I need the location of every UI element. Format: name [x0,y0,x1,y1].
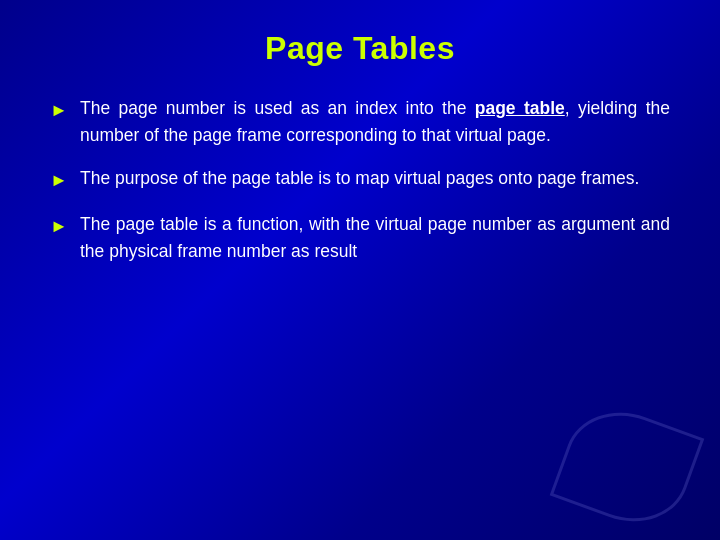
bullet-text-2: The purpose of the page table is to map … [80,165,639,192]
highlight-page-table: page table [475,98,565,118]
bullet-arrow-2: ► [50,167,70,195]
bullet-arrow-3: ► [50,213,70,241]
bullet-list: ► The page number is used as an index in… [50,95,670,500]
bullet-arrow-1: ► [50,97,70,125]
bullet-item-1: ► The page number is used as an index in… [50,95,670,149]
slide: Page Tables ► The page number is used as… [0,0,720,540]
bullet-item-2: ► The purpose of the page table is to ma… [50,165,670,195]
bullet-text-3: The page table is a function, with the v… [80,211,670,265]
bullet-text-1: The page number is used as an index into… [80,95,670,149]
bullet-item-3: ► The page table is a function, with the… [50,211,670,265]
slide-title: Page Tables [50,30,670,67]
